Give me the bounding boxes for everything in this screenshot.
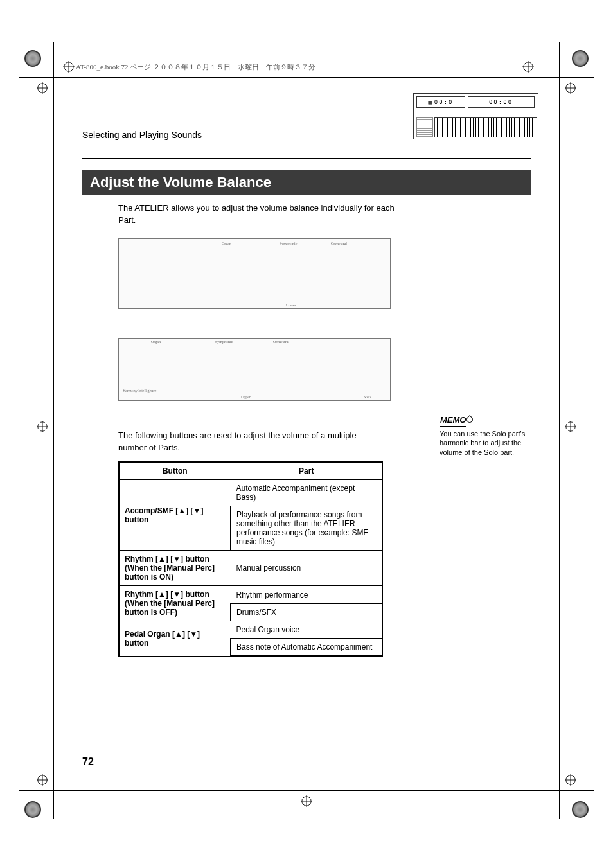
keyboard-icon <box>434 117 537 137</box>
crop-mark-icon <box>572 801 589 818</box>
memo-text: You can use the Solo part's harmonic bar… <box>440 429 536 458</box>
table-cell-part: Drums/SFX <box>231 603 382 621</box>
fig-label: Harmony Intelligence <box>123 389 156 393</box>
registration-mark-icon <box>565 421 576 432</box>
table-cell-button: Pedal Organ [▲] [▼] button <box>119 621 231 657</box>
panel-buttons-icon <box>416 117 433 137</box>
trim-line <box>559 42 560 819</box>
crop-mark-icon <box>24 50 41 67</box>
registration-mark-icon <box>37 774 48 786</box>
table-cell-part: Manual percussion <box>231 551 382 586</box>
table-cell-part: Automatic Accompaniment (except Bass) <box>231 480 382 506</box>
table-header-part: Part <box>231 462 382 480</box>
volume-balance-figure-lower: Organ Symphonic Orchestral Lower <box>118 238 391 309</box>
fig-label: Upper <box>241 395 251 399</box>
fig-label: Solo <box>364 395 371 399</box>
table-cell-part: Pedal Organ voice <box>231 621 382 639</box>
registration-mark-icon <box>37 421 48 432</box>
table-header-button: Button <box>119 462 231 480</box>
registration-mark-icon <box>565 774 576 786</box>
fig-label: Lower <box>286 303 296 307</box>
body-text: The following buttons are used to adjust… <box>118 430 386 454</box>
fig-label: Symphonic <box>280 242 297 245</box>
trim-line <box>53 42 54 819</box>
table-cell-part: Rhythm performance <box>231 586 382 604</box>
crop-mark-icon <box>24 801 41 818</box>
divider <box>82 326 531 326</box>
registration-mark-icon <box>565 82 576 94</box>
volume-balance-figure-upper: Organ Symphonic Orchestral Upper Solo Ha… <box>118 338 391 401</box>
page-title: Adjust the Volume Balance <box>82 170 531 195</box>
lcd-display-left: ▦00:0 <box>416 96 465 108</box>
table-cell-part: Bass note of Automatic Accompaniment <box>231 639 382 657</box>
panel-illustration: ▦00:0 00:00 <box>413 93 538 139</box>
registration-mark-icon <box>63 61 75 73</box>
registration-mark-icon <box>37 82 48 94</box>
page-number: 72 <box>82 756 94 768</box>
divider <box>82 158 531 159</box>
fig-label: Organ <box>151 340 161 344</box>
fig-label: Organ <box>222 242 231 245</box>
table-cell-part: Playback of performance songs from somet… <box>231 506 382 551</box>
fig-label: Orchestral <box>331 242 347 245</box>
table-cell-button: Rhythm [▲] [▼] button (When the [Manual … <box>119 551 231 586</box>
table-cell-button: Rhythm [▲] [▼] button (When the [Manual … <box>119 586 231 621</box>
crop-mark-icon <box>572 50 589 67</box>
memo-title: MEMO <box>440 414 466 427</box>
memo-block: MEMO You can use the Solo part's harmoni… <box>440 414 536 457</box>
intro-text: The ATELIER allows you to adjust the vol… <box>118 202 402 227</box>
table-cell-button: Accomp/SMF [▲] [▼] button <box>119 480 231 551</box>
fig-label: Orchestral <box>273 340 289 344</box>
fig-label: Symphonic <box>215 340 233 344</box>
file-header-info: AT-800_e.book 72 ページ ２００８年１０月１５日 水曜日 午前９… <box>76 55 531 72</box>
button-part-table: Button Part Accomp/SMF [▲] [▼] button Au… <box>118 461 383 657</box>
lcd-display-right: 00:00 <box>468 96 535 108</box>
